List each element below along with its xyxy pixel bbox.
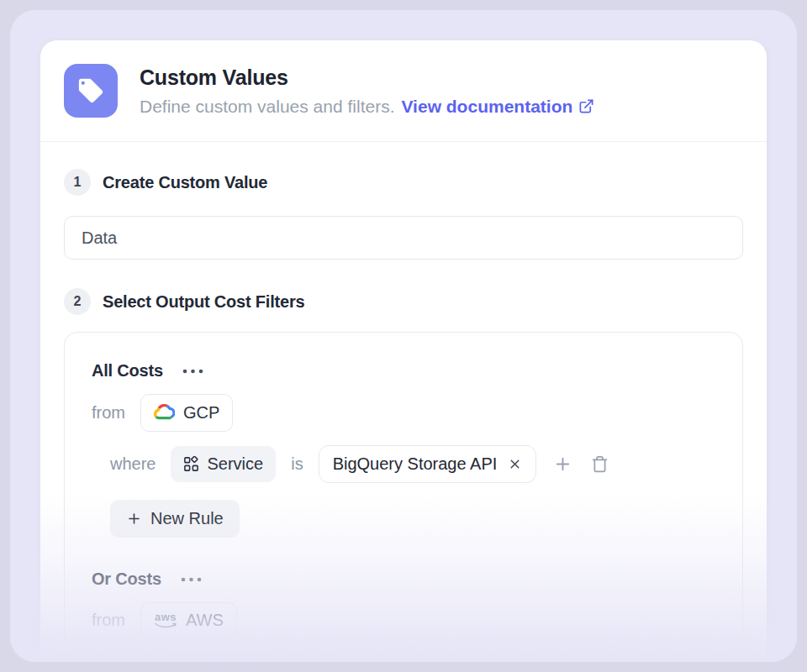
step-select-filters: 2 Select Output Cost Filters: [64, 288, 743, 315]
doc-link-label: View documentation: [401, 97, 572, 117]
provider-name: GCP: [183, 403, 219, 423]
plus-icon: [126, 511, 142, 527]
trash-icon: [591, 455, 609, 473]
filter-value-chip[interactable]: BigQuery Storage API: [319, 445, 537, 483]
page-subtitle: Define custom values and filters.: [140, 97, 394, 117]
new-rule-button[interactable]: New Rule: [110, 500, 240, 538]
cost-filters-card: All Costs from: [64, 332, 743, 662]
group-title: Or Costs: [92, 570, 161, 589]
gcp-logo-icon: [154, 402, 175, 423]
custom-values-panel: Custom Values Define custom values and f…: [40, 40, 767, 662]
close-icon[interactable]: [508, 457, 522, 471]
add-value-button[interactable]: [515, 659, 538, 662]
tag-icon: [64, 64, 118, 118]
dimension-chip-service[interactable]: Service: [171, 446, 276, 482]
provider-name: AWS: [186, 611, 224, 630]
operator-label: is: [291, 454, 303, 474]
provider-chip-aws[interactable]: aws AWS: [140, 602, 237, 638]
step-1-badge: 1: [64, 169, 91, 196]
group-title: All Costs: [92, 361, 163, 381]
from-label: from: [92, 403, 125, 423]
from-label: from: [92, 611, 125, 630]
delete-rule-button[interactable]: [553, 660, 574, 662]
filter-value-label: BigQuery Storage API: [333, 454, 498, 474]
where-label: where: [110, 661, 156, 662]
plus-icon: [517, 661, 536, 662]
new-rule-label: New Rule: [150, 509, 224, 528]
app-frame: Custom Values Define custom values and f…: [10, 10, 797, 662]
filter-value-label: Amazon Redshift: [333, 661, 461, 662]
category-icon: [183, 456, 199, 472]
filter-value-chip[interactable]: Amazon Redshift: [319, 652, 500, 662]
provider-chip-gcp[interactable]: GCP: [140, 394, 233, 432]
external-link-icon: [578, 98, 594, 114]
filter-group-all-costs: All Costs from: [92, 361, 715, 538]
group-menu-button[interactable]: [178, 574, 204, 585]
dimension-label: Service: [207, 661, 263, 662]
step-1-title: Create Custom Value: [103, 173, 267, 192]
step-2-badge: 2: [64, 288, 91, 315]
page-title: Custom Values: [140, 66, 594, 90]
step-2-title: Select Output Cost Filters: [103, 292, 304, 312]
header-text: Custom Values Define custom values and f…: [140, 66, 594, 117]
plus-icon: [553, 454, 572, 474]
step-create-custom-value: 1 Create Custom Value: [64, 169, 743, 196]
where-label: where: [110, 454, 156, 474]
ellipsis-icon: [180, 577, 203, 582]
panel-header: Custom Values Define custom values and f…: [40, 40, 767, 141]
filter-group-or-costs: Or Costs from aws AWS: [92, 570, 715, 662]
view-documentation-link[interactable]: View documentation: [401, 97, 594, 117]
aws-logo-icon: aws: [154, 612, 177, 629]
delete-rule-button[interactable]: [589, 454, 610, 475]
dimension-chip-service[interactable]: Service: [171, 653, 276, 662]
panel-body: 1 Create Custom Value 2 Select Output Co…: [40, 142, 767, 662]
dimension-label: Service: [207, 454, 263, 474]
custom-value-input[interactable]: [64, 216, 743, 260]
add-value-button[interactable]: [551, 453, 574, 475]
ellipsis-icon: [182, 369, 204, 374]
group-menu-button[interactable]: [180, 365, 206, 377]
operator-label: is: [291, 661, 303, 662]
